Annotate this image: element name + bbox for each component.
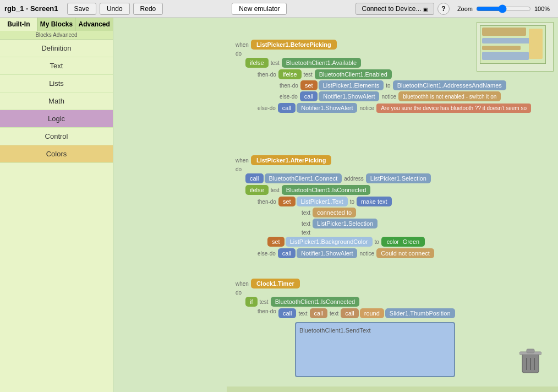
sidebar-item-logic[interactable]: Logic [0, 110, 113, 128]
connect-icon: ▣ [423, 7, 428, 12]
bt-connect-block[interactable]: call [245, 173, 264, 183]
inner-if-block[interactable]: ifelse [278, 69, 302, 79]
bt-enabled-block[interactable]: BluetoothClient1.Enabled [315, 69, 392, 79]
sidebar-item-definition[interactable]: Definition [0, 40, 113, 57]
tab-myblocks[interactable]: My Blocks [38, 18, 76, 31]
lp-selection-1[interactable]: ListPicker1.Selection [366, 173, 431, 183]
bt-connect-value[interactable]: BluetoothClient1.Connect [265, 173, 342, 183]
lp-elements-value[interactable]: ListPicker1.Elements [319, 80, 384, 90]
svg-rect-2 [527, 349, 534, 353]
connect-button[interactable]: Connect to Device... ▣ [355, 3, 434, 15]
bt-addresses-value[interactable]: BluetoothClient1.AddressesAndNames [393, 80, 506, 90]
slider1-value[interactable]: Slider1.ThumbPosition [385, 308, 455, 318]
canvas-area: when ListPicker1.BeforePicking do ifelse [113, 18, 558, 392]
lp-bgcolor-value[interactable]: ListPicker1.BackgroundColor [286, 237, 373, 247]
bt-sendtext-block[interactable]: call [278, 308, 297, 318]
zoom-label: Zoom [457, 6, 473, 12]
bt-available-block[interactable]: BluetoothClient1.Available [282, 58, 361, 68]
set-elements-block[interactable]: set [300, 80, 318, 90]
notifier-alert-3[interactable]: call [278, 248, 296, 258]
lp-selection-2[interactable]: ListPicker1.Selection [313, 219, 378, 228]
event-block-3: when Clock1.Timer do if test [234, 279, 455, 377]
sidebar-item-math[interactable]: Math [0, 92, 113, 110]
event-block-2: when ListPicker1.AfterPicking do call [234, 155, 434, 258]
set-bgcolor-block[interactable]: set [267, 237, 285, 247]
color-green-block[interactable]: color Green [381, 237, 425, 247]
sidebar-item-control[interactable]: Control [0, 128, 113, 145]
bt-notice-text-2[interactable]: Are you sure the device has bluetooth ??… [376, 104, 531, 113]
zoom-slider[interactable] [476, 4, 531, 13]
sidebar-tabs: Built-In My Blocks Advanced [0, 18, 113, 31]
ifelse-block-2[interactable]: ifelse [245, 185, 269, 195]
redo-button[interactable]: Redo [133, 3, 163, 15]
notifier-value-1[interactable]: Notifier1.ShowAlert [319, 91, 379, 101]
event-listpicker-before[interactable]: ListPicker1.BeforePicking [251, 40, 337, 50]
notifier-value-2[interactable]: Notifier1.ShowAlert [297, 103, 357, 113]
tab-advanced[interactable]: Advanced [75, 18, 113, 31]
set-lp-text-block[interactable]: set [278, 197, 296, 206]
new-emulator-button[interactable]: New emulator [232, 3, 287, 15]
blocks-inner: when ListPicker1.BeforePicking do ifelse [113, 18, 552, 386]
when-label-2: when [236, 157, 249, 164]
sidebar-item-text[interactable]: Text [0, 57, 113, 75]
event-block-1: when ListPicker1.BeforePicking do ifelse [234, 40, 531, 114]
zoom-percent: 100% [534, 6, 554, 12]
undo-button[interactable]: Undo [100, 3, 130, 15]
round-block-1[interactable]: round [360, 308, 384, 318]
ifelse-block-1[interactable]: ifelse [245, 58, 269, 68]
could-not-text[interactable]: Could not connect [376, 248, 434, 258]
call-round-1[interactable]: call [341, 308, 359, 318]
sidebar-item-colors[interactable]: Colors [0, 145, 113, 163]
horizontal-scrollbar[interactable] [227, 386, 558, 392]
make-text-1[interactable]: make text [357, 197, 392, 206]
connected-to-text[interactable]: connected to [313, 208, 356, 217]
event-listpicker-after[interactable]: ListPicker1.AfterPicking [251, 155, 332, 165]
bt-notice-text-1[interactable]: bluetoothh is not enabled - switch it on [398, 91, 501, 101]
sidebar: Built-In My Blocks Advanced Blocks Advan… [0, 18, 113, 392]
tab-builtin[interactable]: Built-In [0, 18, 38, 31]
notifier-value-3[interactable]: Notifier1.ShowAlert [297, 248, 357, 258]
event-clock-timer[interactable]: Clock1.Timer [251, 279, 300, 288]
advanced-label: Blocks Advanced [0, 31, 113, 40]
bt-isconnected-2[interactable]: BluetoothClient1.IsConnected [271, 297, 360, 307]
sendtext-content-box: BluetoothClient1.SendText [295, 322, 455, 377]
toolbar: rgb_1 - Screen1 Save Undo Redo New emula… [0, 0, 558, 18]
notifier-alert-2[interactable]: call [278, 103, 296, 113]
sidebar-item-lists[interactable]: Lists [0, 75, 113, 92]
notifier-alert-1[interactable]: call [300, 91, 318, 101]
if-block-3[interactable]: if [245, 297, 258, 307]
blocks-canvas[interactable]: when ListPicker1.BeforePicking do ifelse [113, 18, 552, 386]
help-button[interactable]: ? [437, 3, 450, 15]
do-label-1: do [236, 51, 243, 57]
when-label-3: when [236, 281, 249, 287]
when-label-1: when [236, 42, 249, 48]
lp-text-value[interactable]: ListPicker1.Text [297, 197, 348, 206]
make-text-2[interactable]: call [310, 308, 328, 318]
bt-isconnected-block[interactable]: BluetoothClient1.IsConnected [282, 185, 371, 195]
save-button[interactable]: Save [67, 3, 96, 15]
app-title: rgb_1 - Screen1 [4, 4, 58, 13]
trash-can[interactable] [519, 348, 547, 381]
